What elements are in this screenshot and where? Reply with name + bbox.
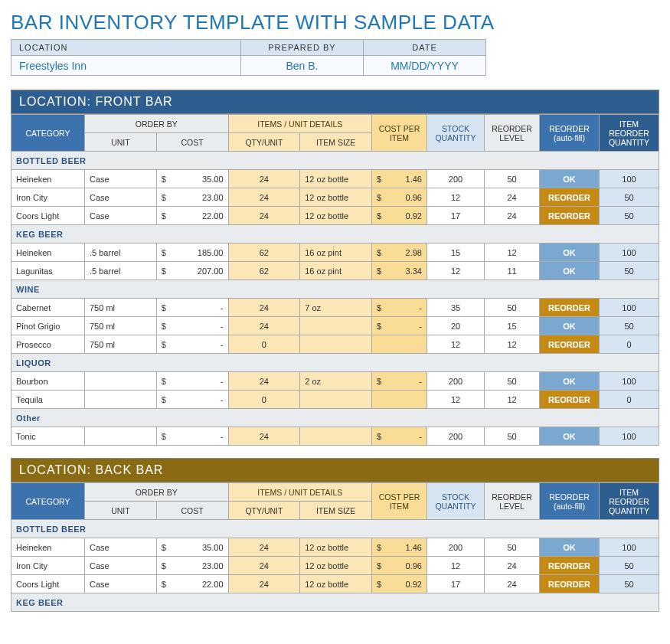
cell-level[interactable]: 50 <box>485 538 540 557</box>
cell-irq[interactable]: 50 <box>600 188 659 207</box>
cell-qty[interactable]: 62 <box>228 262 300 280</box>
cell-level[interactable]: 12 <box>485 391 540 409</box>
cell-stock[interactable]: 17 <box>427 207 485 225</box>
cell-unit[interactable]: Case <box>85 188 157 207</box>
cell-name[interactable]: Lagunitas <box>11 262 85 280</box>
cell-name[interactable]: Pinot Grigio <box>11 317 85 335</box>
cell-qty[interactable]: 24 <box>228 538 300 557</box>
cell-name[interactable]: Bourbon <box>11 372 85 391</box>
cell-level[interactable]: 50 <box>485 427 540 446</box>
cell-size[interactable] <box>300 391 372 409</box>
cell-stock[interactable]: 12 <box>427 557 485 575</box>
cell-irq[interactable]: 50 <box>600 557 659 575</box>
cell-unit[interactable]: .5 barrel <box>85 244 157 262</box>
cell-qty[interactable]: 24 <box>228 557 300 575</box>
cell-level[interactable]: 15 <box>485 317 540 335</box>
cell-qty[interactable]: 24 <box>228 372 300 391</box>
cell-size[interactable]: 12 oz bottle <box>300 170 372 188</box>
cell-name[interactable]: Heineken <box>11 170 85 188</box>
cell-size[interactable]: 7 oz <box>300 299 372 317</box>
cell-level[interactable]: 12 <box>485 244 540 262</box>
cell-stock[interactable]: 12 <box>427 188 485 207</box>
cell-stock[interactable]: 15 <box>427 244 485 262</box>
cell-irq[interactable]: 100 <box>600 372 659 391</box>
cell-level[interactable]: 11 <box>485 262 540 280</box>
cell-stock[interactable]: 35 <box>427 299 485 317</box>
cell-cost[interactable]: $- <box>156 335 228 354</box>
meta-value-prepared[interactable]: Ben B. <box>241 56 364 76</box>
cell-unit[interactable]: 750 ml <box>85 317 157 335</box>
cell-cost[interactable]: $- <box>156 427 228 446</box>
cell-level[interactable]: 24 <box>485 575 540 593</box>
cell-unit[interactable]: Case <box>85 538 157 557</box>
cell-level[interactable]: 24 <box>485 207 540 225</box>
cell-qty[interactable]: 24 <box>228 299 300 317</box>
cell-level[interactable]: 50 <box>485 170 540 188</box>
cell-irq[interactable]: 100 <box>600 427 659 446</box>
cell-size[interactable]: 12 oz bottle <box>300 575 372 593</box>
cell-level[interactable]: 24 <box>485 188 540 207</box>
cell-name[interactable]: Iron City <box>11 557 85 575</box>
cell-qty[interactable]: 62 <box>228 244 300 262</box>
cell-qty[interactable]: 24 <box>228 170 300 188</box>
cell-cost[interactable]: $- <box>156 317 228 335</box>
cell-size[interactable]: 12 oz bottle <box>300 557 372 575</box>
meta-value-date[interactable]: MM/DD/YYYY <box>364 56 486 76</box>
cell-cost[interactable]: $207.00 <box>156 262 228 280</box>
cell-name[interactable]: Coors Light <box>11 207 85 225</box>
cell-stock[interactable]: 200 <box>427 372 485 391</box>
cell-level[interactable]: 24 <box>485 557 540 575</box>
cell-stock[interactable]: 17 <box>427 575 485 593</box>
cell-name[interactable]: Cabernet <box>11 299 85 317</box>
cell-cost[interactable]: $- <box>156 391 228 409</box>
cell-size[interactable]: 2 oz <box>300 372 372 391</box>
cell-cost[interactable]: $- <box>156 372 228 391</box>
cell-stock[interactable]: 12 <box>427 391 485 409</box>
cell-name[interactable]: Heineken <box>11 538 85 557</box>
cell-size[interactable]: 12 oz bottle <box>300 538 372 557</box>
cell-stock[interactable]: 12 <box>427 335 485 354</box>
cell-qty[interactable]: 24 <box>228 207 300 225</box>
cell-level[interactable]: 50 <box>485 299 540 317</box>
cell-qty[interactable]: 24 <box>228 427 300 446</box>
cell-cost[interactable]: $22.00 <box>156 207 228 225</box>
cell-unit[interactable] <box>85 391 157 409</box>
cell-irq[interactable]: 0 <box>600 391 659 409</box>
cell-unit[interactable]: Case <box>85 575 157 593</box>
cell-name[interactable]: Iron City <box>11 188 85 207</box>
meta-value-location[interactable]: Freestyles Inn <box>11 56 241 76</box>
cell-irq[interactable]: 100 <box>600 170 659 188</box>
cell-stock[interactable]: 200 <box>427 427 485 446</box>
cell-name[interactable]: Tonic <box>11 427 85 446</box>
cell-qty[interactable]: 24 <box>228 317 300 335</box>
cell-level[interactable]: 12 <box>485 335 540 354</box>
cell-cost[interactable]: $23.00 <box>156 557 228 575</box>
cell-qty[interactable]: 24 <box>228 188 300 207</box>
cell-unit[interactable]: Case <box>85 170 157 188</box>
cell-cost[interactable]: $185.00 <box>156 244 228 262</box>
cell-irq[interactable]: 100 <box>600 244 659 262</box>
cell-unit[interactable]: Case <box>85 557 157 575</box>
cell-name[interactable]: Prosecco <box>11 335 85 354</box>
cell-qty[interactable]: 24 <box>228 575 300 593</box>
cell-irq[interactable]: 50 <box>600 262 659 280</box>
cell-stock[interactable]: 20 <box>427 317 485 335</box>
cell-unit[interactable] <box>85 372 157 391</box>
cell-irq[interactable]: 100 <box>600 299 659 317</box>
cell-unit[interactable]: 750 ml <box>85 335 157 354</box>
cell-size[interactable]: 12 oz bottle <box>300 188 372 207</box>
cell-irq[interactable]: 0 <box>600 335 659 354</box>
cell-level[interactable]: 50 <box>485 372 540 391</box>
cell-unit[interactable]: .5 barrel <box>85 262 157 280</box>
cell-size[interactable]: 16 oz pint <box>300 262 372 280</box>
cell-cost[interactable]: $35.00 <box>156 538 228 557</box>
cell-size[interactable] <box>300 317 372 335</box>
cell-stock[interactable]: 200 <box>427 170 485 188</box>
cell-unit[interactable]: Case <box>85 207 157 225</box>
cell-cost[interactable]: $22.00 <box>156 575 228 593</box>
cell-unit[interactable] <box>85 427 157 446</box>
cell-stock[interactable]: 12 <box>427 262 485 280</box>
cell-unit[interactable]: 750 ml <box>85 299 157 317</box>
cell-name[interactable]: Heineken <box>11 244 85 262</box>
cell-irq[interactable]: 50 <box>600 575 659 593</box>
